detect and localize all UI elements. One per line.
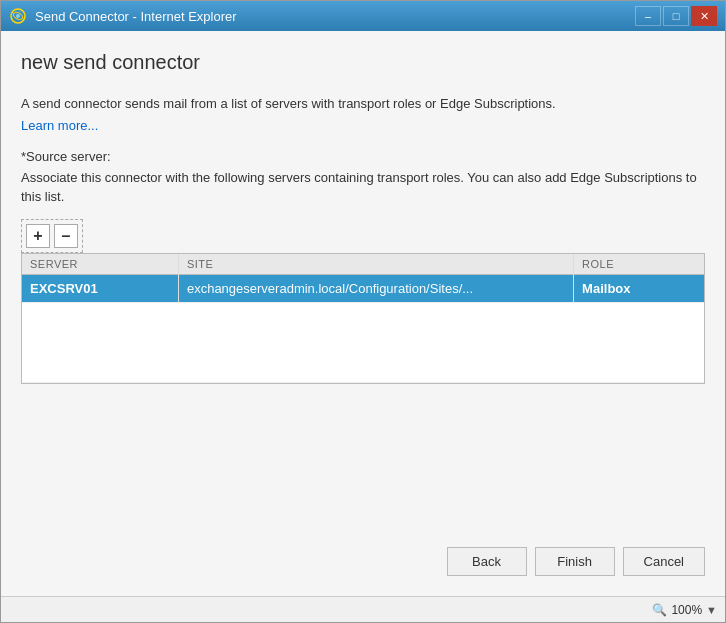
status-bar: 🔍 100% ▼ [1,596,725,622]
title-bar-left: Send Connector - Internet Explorer [9,7,237,25]
cell-server: EXCSRV01 [22,274,178,302]
remove-server-button[interactable]: – [54,224,78,248]
zoom-icon: 🔍 [652,603,667,617]
minimize-button[interactable]: – [635,6,661,26]
table-row[interactable]: EXCSRV01exchangeserveradmin.local/Config… [22,274,704,302]
zoom-dropdown-button[interactable]: ▼ [706,604,717,616]
title-bar: Send Connector - Internet Explorer – □ ✕ [1,1,725,31]
maximize-button[interactable]: □ [663,6,689,26]
server-table-container: SERVER SITE ROLE EXCSRV01exchangeservera… [21,253,705,384]
table-header-row: SERVER SITE ROLE [22,254,704,275]
col-header-site: SITE [178,254,573,275]
cancel-button[interactable]: Cancel [623,547,705,576]
server-toolbar: + – [21,219,83,253]
learn-more-link[interactable]: Learn more... [21,118,705,133]
col-header-server: SERVER [22,254,178,275]
main-window: Send Connector - Internet Explorer – □ ✕… [0,0,726,623]
footer-buttons: Back Finish Cancel [21,547,705,576]
ie-icon [9,7,27,25]
zoom-level: 100% [671,603,702,617]
empty-row [22,302,704,382]
cell-site: exchangeserveradmin.local/Configuration/… [178,274,573,302]
add-server-button[interactable]: + [26,224,50,248]
footer: Back Finish Cancel [21,537,705,586]
back-button[interactable]: Back [447,547,527,576]
cell-role: Mailbox [574,274,704,302]
window-title: Send Connector - Internet Explorer [35,9,237,24]
title-bar-controls: – □ ✕ [635,6,717,26]
server-table: SERVER SITE ROLE EXCSRV01exchangeservera… [22,254,704,383]
svg-point-2 [16,14,20,18]
description-text: A send connector sends mail from a list … [21,94,705,114]
content-area: new send connector A send connector send… [1,31,725,596]
close-button[interactable]: ✕ [691,6,717,26]
col-header-role: ROLE [574,254,704,275]
finish-button[interactable]: Finish [535,547,615,576]
source-server-label: *Source server: [21,149,705,164]
page-title: new send connector [21,51,705,74]
source-server-desc: Associate this connector with the follow… [21,168,705,207]
